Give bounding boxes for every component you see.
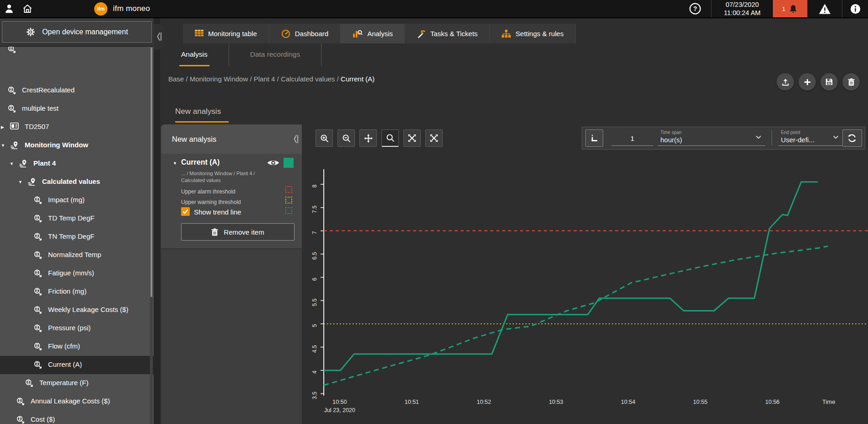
time-span-label: Time span <box>660 130 762 135</box>
user-icon[interactable] <box>0 0 18 17</box>
chevron-collapsed-icon[interactable]: ▶ <box>1 125 4 129</box>
calc-icon: Σ <box>33 324 43 332</box>
collapse-arrow-icon[interactable]: ▼ <box>173 161 177 166</box>
tree-item-pressure-psi-[interactable]: ΣPressure (psi) <box>0 319 154 338</box>
save-button[interactable] <box>820 73 838 91</box>
tab-label: Settings & rules <box>515 30 563 38</box>
tree-item-cost-[interactable]: ΣCost ($) <box>0 411 154 424</box>
tree-item-td-temp-degf[interactable]: ΣTD Temp DegF <box>0 209 154 228</box>
show-trend-line-checkbox[interactable] <box>181 207 190 216</box>
tree-item-label: Monitoring Window <box>25 141 88 149</box>
analysis-icon <box>353 29 363 38</box>
alarm-threshold-swatch[interactable] <box>285 186 292 193</box>
legend-series-title: Current (A) <box>181 158 220 166</box>
svg-text:Σ: Σ <box>36 343 38 348</box>
tree-item-label: Flow (cfm) <box>48 342 80 350</box>
tree-item-annual-leakage-costs-[interactable]: ΣAnnual Leakage Costs ($) <box>0 392 154 411</box>
axis-settings-button[interactable] <box>585 129 603 147</box>
tree-item-normalized-temp[interactable]: ΣNormalized Temp <box>0 246 154 264</box>
warning-threshold-swatch[interactable] <box>285 197 292 204</box>
tree-item-tn-temp-degf[interactable]: ΣTN Temp DegF <box>0 228 154 246</box>
subtab-analysis[interactable]: Analysis <box>160 43 229 66</box>
x-axis-title: Time <box>822 398 835 405</box>
tab-label: Monitoring table <box>208 30 257 38</box>
sidebar-scrollbar-thumb[interactable] <box>150 48 152 297</box>
breadcrumb: Base / Monitoring Window / Plant 4 / Cal… <box>168 75 375 83</box>
tree-item-label: Weekly Leakage Costs ($) <box>48 306 129 313</box>
tree-item-label: multiple test <box>22 104 59 112</box>
analysis-action-buttons <box>777 73 860 91</box>
tree-item-friction-mg-[interactable]: ΣFriction (mg) <box>0 283 154 301</box>
analysis-chart[interactable]: 3.544.555.566.577.5810:50Jul 23, 202010:… <box>311 153 868 424</box>
legend-collapse-icon[interactable] <box>293 134 299 144</box>
legend-series-path-line1: ... / Monitoring Window / Plant 4 / <box>181 171 255 176</box>
tree-item-multiple-test[interactable]: Σmultiple test <box>0 100 154 118</box>
chevron-expanded-icon[interactable]: ▼ <box>1 143 5 148</box>
notifications-button[interactable]: 1 <box>773 0 807 17</box>
series-color-swatch[interactable] <box>284 158 294 168</box>
tree-item-td2507[interactable]: ▶TD2507 <box>0 118 154 136</box>
legend-series-item: ▼ Current (A) ... / Monitoring Window / … <box>161 154 302 249</box>
svg-text:Σ: Σ <box>36 362 38 366</box>
tree-item-label: Cost ($) <box>31 415 55 423</box>
home-icon[interactable] <box>18 0 37 17</box>
tree-item-temperature-f-[interactable]: ΣTemperature (F) <box>0 374 154 392</box>
remove-item-button[interactable]: Remove item <box>181 223 295 241</box>
svg-text:Σ: Σ <box>10 87 12 92</box>
tree-item-current-a-[interactable]: ΣCurrent (A) <box>0 356 154 374</box>
tree-item-label: Calculated values <box>42 177 100 185</box>
svg-text:Σ: Σ <box>36 307 38 311</box>
chevron-expanded-icon[interactable]: ▼ <box>10 161 14 166</box>
tab-tasks-tickets[interactable]: Tasks & Tickets <box>405 24 490 43</box>
warnings-button[interactable] <box>807 0 842 17</box>
location-icon <box>10 141 18 149</box>
tree-item-impact-mg-[interactable]: ΣImpact (mg) <box>0 191 154 209</box>
fit-screen-button[interactable] <box>425 129 443 147</box>
analysis-view-tab[interactable]: New analysis <box>175 107 221 116</box>
visibility-eye-icon[interactable] <box>267 159 279 166</box>
zoom-select-button[interactable] <box>381 129 399 147</box>
tree-item-weekly-leakage-costs-[interactable]: ΣWeekly Leakage Costs ($) <box>0 301 154 319</box>
zoom-in-button[interactable] <box>316 129 333 147</box>
tree-item-plant-4[interactable]: ▼Plant 4 <box>0 155 154 173</box>
calc-icon: Σ <box>16 415 25 424</box>
open-device-management-button[interactable]: Open device management <box>2 21 152 43</box>
upload-button[interactable] <box>777 73 794 91</box>
time-span-value-input[interactable]: 1 <box>611 131 653 146</box>
tab-dashboard[interactable]: Dashboard <box>269 24 341 43</box>
location-icon <box>19 159 27 167</box>
tree-item-label: Fatigue (mm/s) <box>48 269 94 277</box>
analysis-view-tab-underline <box>175 121 229 123</box>
tree-item-monitoring-window[interactable]: ▼Monitoring Window <box>0 136 154 155</box>
svg-text:Σ: Σ <box>36 289 38 293</box>
gear-icon <box>26 27 36 37</box>
chevron-expanded-icon[interactable]: ▼ <box>18 180 22 184</box>
add-button[interactable] <box>798 73 816 91</box>
tab-monitoring-table[interactable]: Monitoring table <box>183 24 269 43</box>
fit-width-button[interactable] <box>403 129 421 147</box>
zoom-out-button[interactable] <box>338 129 355 147</box>
delete-button[interactable] <box>842 73 860 91</box>
sidebar-divider <box>154 18 160 424</box>
tab-analysis[interactable]: Analysis <box>341 24 405 43</box>
breadcrumb-current-label: Current (A) <box>341 75 375 83</box>
x-tick-label: 10:54 <box>621 399 635 405</box>
legend-series-path-line2: Calculated values <box>181 177 221 183</box>
subtab-data-recordings[interactable]: Data recordings <box>229 43 321 66</box>
tree-item-crestrecalulated[interactable]: ΣCrestRecalulated <box>0 81 154 100</box>
tree-item-fatigue-mm-s-[interactable]: ΣFatigue (mm/s) <box>0 264 154 283</box>
svg-text:Σ: Σ <box>18 417 21 421</box>
calc-icon: Σ <box>7 86 16 94</box>
calc-icon: Σ <box>16 397 25 405</box>
tree-item-calculated-values[interactable]: ▼Calculated values <box>0 173 154 191</box>
info-button[interactable] <box>842 0 868 17</box>
pan-button[interactable] <box>359 129 377 147</box>
end-point-dropdown[interactable]: End point User-defi... <box>778 129 842 146</box>
trend-line-swatch[interactable] <box>285 207 292 214</box>
x-tick-label: 10:53 <box>549 399 563 405</box>
tree-item-flow-cfm-[interactable]: ΣFlow (cfm) <box>0 338 154 356</box>
help-button[interactable]: ? <box>679 0 711 17</box>
refresh-button[interactable] <box>842 129 862 147</box>
time-span-unit-dropdown[interactable]: Time span hour(s) <box>658 129 765 146</box>
tab-settings-rules[interactable]: Settings & rules <box>490 24 576 43</box>
